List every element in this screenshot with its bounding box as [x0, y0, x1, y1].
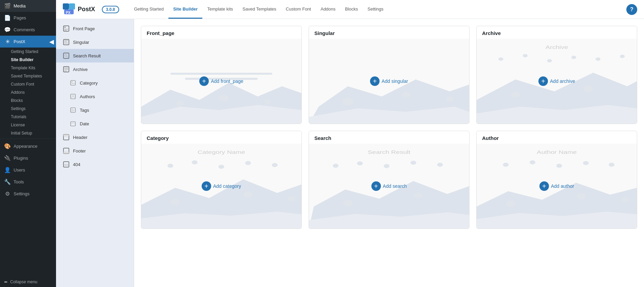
- add-category-button[interactable]: + Add category: [202, 181, 241, 191]
- sidebar-front-page[interactable]: Front Page: [56, 22, 134, 35]
- postx-logo: PX PostX: [63, 3, 95, 16]
- sidebar-item-template-kits[interactable]: Template Kits: [7, 64, 56, 72]
- svg-point-80: [343, 200, 353, 207]
- sidebar-item-appearance[interactable]: 🎨 Appearance: [0, 140, 56, 152]
- svg-rect-33: [63, 134, 69, 137]
- svg-point-77: [437, 163, 443, 167]
- svg-point-62: [167, 164, 173, 168]
- svg-point-65: [245, 161, 251, 165]
- svg-point-56: [620, 55, 625, 58]
- nav-saved-templates[interactable]: Saved Templates: [238, 0, 281, 19]
- sidebar-404[interactable]: 404 404: [56, 158, 134, 171]
- sidebar-item-addons[interactable]: Addons: [7, 88, 56, 96]
- svg-point-64: [218, 165, 224, 169]
- nav-blocks[interactable]: Blocks: [340, 0, 363, 19]
- sidebar-item-blocks[interactable]: Blocks: [7, 96, 56, 105]
- sidebar-item-tools[interactable]: 🔧 Tools: [0, 176, 56, 188]
- sidebar-item-media[interactable]: 🎬 Media: [0, 0, 56, 12]
- sidebar-item-postx[interactable]: ✳ PostX ◀: [0, 36, 56, 48]
- sidebar-item-site-builder[interactable]: Site Builder: [7, 56, 56, 64]
- help-button[interactable]: ?: [626, 4, 637, 15]
- svg-point-90: [506, 200, 516, 207]
- users-icon: 👤: [4, 167, 11, 173]
- svg-point-74: [357, 161, 363, 165]
- svg-rect-16: [64, 68, 68, 69]
- card-body-singular: + Add singular: [309, 39, 469, 124]
- sidebar-item-getting-started[interactable]: Getting Started: [7, 48, 56, 56]
- svg-rect-12: [63, 53, 69, 58]
- svg-point-87: [609, 163, 614, 167]
- svg-point-54: [571, 56, 576, 59]
- svg-point-44: [264, 99, 271, 104]
- postx-nav: Getting Started Site Builder Template ki…: [129, 0, 626, 19]
- sidebar-item-pages[interactable]: 📄 Pages: [0, 12, 56, 24]
- svg-rect-38: [170, 73, 272, 75]
- card-title-author: Author: [477, 131, 637, 144]
- postx-logo-icon: PX: [63, 3, 75, 16]
- svg-text:Search Result: Search Result: [368, 149, 410, 155]
- nav-getting-started[interactable]: Getting Started: [129, 0, 168, 19]
- front-page-icon: [63, 25, 70, 32]
- svg-point-51: [498, 57, 503, 61]
- sidebar-search-result[interactable]: Search Result: [56, 49, 134, 62]
- sidebar-archive[interactable]: Archive: [56, 62, 134, 76]
- add-search-button[interactable]: + Add search: [371, 181, 407, 191]
- collapse-menu[interactable]: ⬅ Collapse menu: [0, 277, 56, 287]
- svg-point-73: [333, 164, 338, 168]
- card-body-author: Author Name: [477, 144, 637, 229]
- svg-rect-1: [69, 3, 75, 10]
- sidebar-authors[interactable]: Authors: [56, 90, 134, 103]
- sidebar-category[interactable]: Category: [56, 76, 134, 90]
- sidebar-item-comments[interactable]: 💬 Comments: [0, 24, 56, 36]
- template-card-archive: Archive Archive: [476, 26, 637, 124]
- date-icon: [70, 120, 76, 127]
- sidebar-divider: [0, 139, 56, 139]
- svg-rect-6: [64, 29, 68, 30]
- svg-point-71: [288, 196, 296, 201]
- sidebar-date[interactable]: Date: [56, 117, 134, 130]
- svg-point-47: [342, 97, 353, 106]
- svg-point-84: [530, 160, 535, 164]
- add-singular-button[interactable]: + Add singular: [370, 76, 408, 86]
- add-archive-button[interactable]: + Add archive: [538, 76, 575, 86]
- add-author-button[interactable]: + Add author: [539, 181, 574, 191]
- plus-circle-icon: +: [199, 76, 209, 86]
- add-front-page-button[interactable]: + Add front_page: [199, 76, 243, 86]
- singular-icon: [63, 39, 70, 46]
- svg-rect-27: [71, 111, 73, 112]
- sidebar-item-license[interactable]: License: [7, 121, 56, 129]
- svg-point-60: [584, 86, 593, 92]
- sidebar-footer[interactable]: Footer: [56, 144, 134, 158]
- collapse-icon: ⬅: [4, 280, 7, 284]
- nav-custom-font[interactable]: Custom Font: [281, 0, 316, 19]
- svg-point-76: [410, 161, 416, 165]
- svg-point-42: [176, 101, 184, 106]
- sidebar-item-initial-setup[interactable]: Initial Setup: [7, 129, 56, 137]
- sidebar-item-plugins[interactable]: 🔌 Plugins: [0, 152, 56, 164]
- svg-point-81: [414, 192, 423, 198]
- collapse-arrow-icon: ◀: [49, 38, 56, 46]
- sidebar-item-settings-bottom[interactable]: ⚙ Settings: [0, 188, 56, 200]
- nav-template-kits[interactable]: Template kits: [202, 0, 238, 19]
- sidebar-item-settings[interactable]: Settings: [7, 105, 56, 113]
- plus-circle-icon-category: +: [202, 181, 211, 191]
- svg-rect-21: [71, 83, 75, 84]
- template-card-singular: Singular +: [309, 26, 470, 124]
- nav-settings[interactable]: Settings: [363, 0, 388, 19]
- card-title-singular: Singular: [309, 26, 469, 39]
- sidebar-tags[interactable]: Tags: [56, 103, 134, 117]
- 404-icon: 404: [63, 161, 70, 168]
- sidebar-item-saved-templates[interactable]: Saved Templates: [7, 72, 56, 80]
- sidebar-singular[interactable]: Singular: [56, 35, 134, 49]
- svg-rect-10: [64, 41, 67, 42]
- archive-icon: [63, 66, 70, 73]
- nav-addons[interactable]: Addons: [316, 0, 340, 19]
- sidebar-item-users[interactable]: 👤 Users: [0, 164, 56, 176]
- postx-header: PX PostX 3.0.8 Getting Started Site Buil…: [56, 0, 644, 19]
- sidebar-item-tutorials[interactable]: Tutorials: [7, 113, 56, 121]
- sidebar-item-custom-font[interactable]: Custom Font: [7, 80, 56, 88]
- nav-site-builder[interactable]: Site Builder: [168, 0, 202, 19]
- svg-rect-19: [71, 80, 75, 85]
- svg-point-52: [523, 54, 528, 57]
- sidebar-header[interactable]: Header: [56, 130, 134, 144]
